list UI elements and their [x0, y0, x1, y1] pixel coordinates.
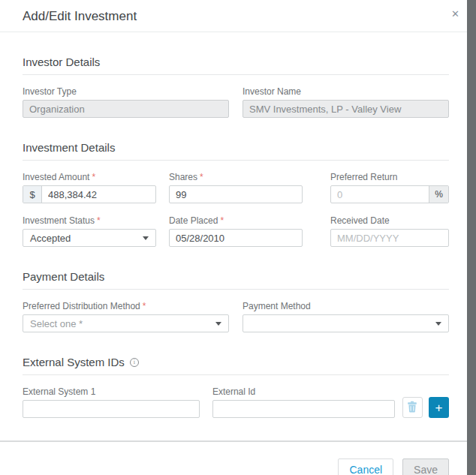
required-asterisk: * — [92, 172, 95, 182]
preferred-distribution-method-label: Preferred Distribution Method* — [23, 301, 229, 311]
page-scrollbar[interactable] — [467, 0, 476, 475]
section-divider — [23, 160, 449, 161]
section-divider — [23, 74, 449, 75]
trash-icon — [407, 401, 417, 415]
payment-method-label: Payment Method — [243, 301, 449, 311]
section-divider — [23, 374, 449, 375]
invested-amount-group: $ — [23, 185, 156, 203]
section-title: Payment Details — [23, 270, 104, 283]
required-asterisk: * — [200, 172, 203, 182]
external-system-1-field[interactable] — [23, 400, 200, 418]
external-id-label: External Id — [212, 386, 395, 397]
external-system-1-label: External System 1 — [23, 386, 200, 397]
close-icon[interactable]: ✕ — [450, 8, 461, 20]
section-title: Investment Details — [23, 141, 115, 154]
preferred-return-field[interactable] — [331, 186, 429, 203]
add-row-button[interactable]: + — [429, 397, 449, 418]
section-investment-details: Investment Details Invested Amount* $ Sh… — [23, 141, 449, 247]
section-external-system-ids: External System IDs i External System 1 … — [23, 356, 449, 418]
preferred-return-label: Preferred Return — [330, 172, 449, 182]
investment-status-label: Investment Status* — [23, 215, 156, 226]
modal-header: Add/Edit Investment ✕ — [0, 0, 467, 32]
date-placed-label: Date Placed* — [169, 215, 303, 226]
info-icon[interactable]: i — [130, 358, 139, 367]
modal-title: Add/Edit Investment — [23, 9, 467, 24]
section-divider — [23, 289, 449, 290]
percent-suffix: % — [429, 186, 448, 203]
preferred-return-group: % — [330, 185, 449, 203]
external-id-field[interactable] — [212, 400, 395, 418]
investor-name-field — [243, 100, 449, 118]
invested-amount-field[interactable] — [42, 186, 155, 203]
select-placeholder: Select one * — [30, 318, 83, 329]
cancel-button[interactable]: Cancel — [338, 458, 393, 475]
modal-body: Investor Details Investor Type Investor … — [0, 56, 467, 418]
required-asterisk: * — [143, 301, 146, 311]
section-title: Investor Details — [23, 56, 100, 68]
shares-field[interactable] — [169, 185, 303, 203]
section-payment-details: Payment Details Preferred Distribution M… — [23, 270, 449, 332]
save-button[interactable]: Save — [402, 458, 449, 475]
shares-label: Shares* — [169, 172, 303, 182]
invested-amount-label: Invested Amount* — [23, 172, 156, 182]
received-date-label: Received Date — [330, 215, 449, 226]
investor-type-label: Investor Type — [23, 86, 229, 97]
chevron-down-icon — [435, 322, 441, 326]
required-asterisk: * — [97, 215, 101, 226]
investor-name-label: Investor Name — [243, 86, 449, 97]
investment-details-heading: Investment Details — [23, 141, 449, 154]
payment-method-select[interactable] — [243, 314, 449, 332]
chevron-down-icon — [143, 236, 149, 240]
payment-details-heading: Payment Details — [23, 270, 449, 283]
investor-details-heading: Investor Details — [23, 56, 449, 68]
section-title: External System IDs — [23, 356, 125, 368]
plus-icon: + — [435, 401, 442, 414]
section-investor-details: Investor Details Investor Type Investor … — [23, 56, 449, 118]
investor-type-field — [23, 100, 229, 118]
received-date-field[interactable] — [330, 229, 449, 247]
add-edit-investment-modal: Add/Edit Investment ✕ Investor Details I… — [0, 0, 467, 475]
preferred-distribution-method-select[interactable]: Select one * — [23, 314, 229, 332]
date-placed-field[interactable] — [169, 229, 303, 247]
investment-status-select[interactable]: Accepted — [23, 229, 156, 247]
required-asterisk: * — [220, 215, 224, 226]
modal-footer: Cancel Save — [0, 440, 467, 475]
delete-row-button[interactable] — [402, 397, 423, 418]
currency-prefix: $ — [23, 186, 42, 203]
chevron-down-icon — [215, 322, 221, 326]
external-system-ids-heading: External System IDs i — [23, 356, 449, 368]
select-value: Accepted — [30, 233, 71, 244]
